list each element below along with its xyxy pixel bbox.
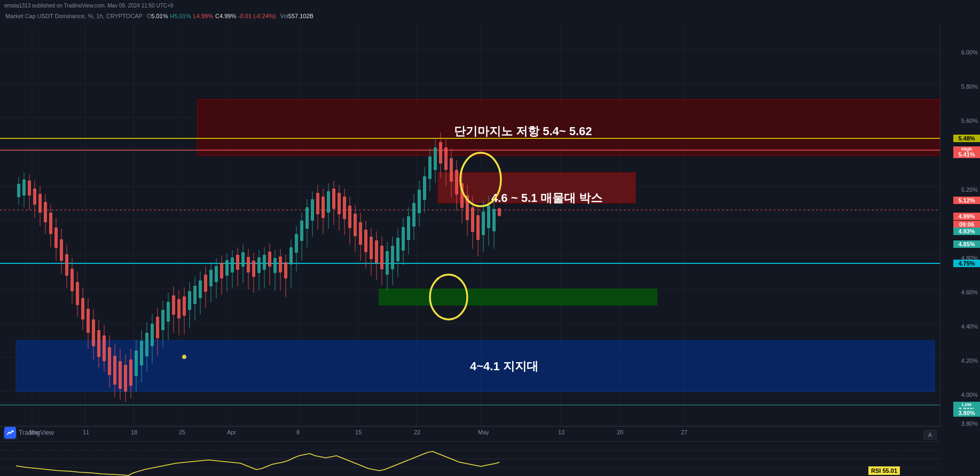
svg-rect-61	[87, 309, 90, 333]
svg-rect-144	[305, 207, 309, 229]
svg-rect-136	[284, 262, 287, 278]
svg-rect-178	[396, 238, 399, 261]
svg-rect-86	[151, 324, 154, 346]
svg-rect-124	[252, 261, 255, 277]
price-tick-600: 6.00%	[961, 49, 978, 56]
svg-rect-210	[482, 212, 485, 235]
svg-rect-88	[156, 317, 159, 338]
nav-buttons: Z A	[0, 430, 940, 440]
svg-rect-130	[268, 252, 271, 267]
price-tick-440: 4.40%	[961, 323, 978, 330]
svg-rect-92	[167, 302, 170, 322]
svg-rect-194	[439, 142, 442, 163]
svg-rect-152	[327, 191, 330, 213]
main-chart: 단기마지노 저항 5.4~ 5.62 4.6 ~ 5.1 매물대 박스 4~4.…	[0, 15, 940, 426]
ohlc-high: 5.01%	[174, 13, 191, 19]
svg-rect-214	[492, 209, 496, 231]
price-badge-499: 4.99%	[953, 213, 980, 220]
svg-rect-126	[257, 257, 261, 273]
svg-rect-106	[204, 275, 207, 292]
svg-rect-188	[423, 176, 426, 200]
svg-text:단기마지노 저항 5.4~ 5.62: 단기마지노 저항 5.4~ 5.62	[454, 124, 592, 138]
svg-rect-59	[81, 298, 84, 319]
svg-rect-212	[487, 206, 490, 228]
svg-rect-37	[22, 180, 26, 196]
svg-rect-73	[119, 361, 122, 389]
rsi-value-badge: RSI 55.01	[868, 466, 900, 475]
ohlc-open: 5.01%	[151, 13, 168, 19]
rsi-panel: RSI(14)_Global: 55.01 RSI 55.01	[0, 441, 940, 476]
top-bar: Market Cap USDT Dominance, %, 1h, CRYPTO…	[0, 7, 980, 25]
svg-rect-142	[300, 221, 303, 241]
svg-rect-43	[38, 194, 42, 213]
svg-rect-186	[418, 190, 421, 213]
price-badge-493: 4.93%	[953, 228, 980, 235]
svg-rect-100	[188, 291, 191, 310]
price-tick-520: 5.20%	[961, 186, 978, 193]
svg-rect-63	[92, 319, 95, 346]
svg-rect-51	[60, 239, 63, 261]
svg-rect-120	[241, 252, 245, 267]
nav-a-button[interactable]: A	[923, 430, 937, 440]
svg-rect-182	[407, 216, 410, 240]
svg-rect-140	[295, 234, 298, 253]
svg-rect-128	[263, 255, 266, 270]
svg-rect-110	[215, 266, 218, 282]
svg-rect-65	[97, 330, 100, 357]
svg-rect-90	[161, 310, 164, 330]
svg-rect-47	[49, 213, 52, 234]
svg-rect-112	[220, 263, 223, 278]
svg-rect-174	[386, 251, 389, 275]
svg-rect-176	[391, 246, 394, 269]
svg-rect-196	[444, 147, 448, 170]
svg-rect-192	[434, 147, 437, 170]
svg-rect-69	[108, 347, 111, 375]
svg-rect-114	[225, 260, 229, 276]
svg-rect-162	[354, 214, 357, 236]
svg-rect-122	[247, 257, 250, 272]
svg-rect-138	[289, 247, 293, 264]
price-tick-380: 3.80%	[961, 420, 978, 427]
chart-container: empia1313 published on TradingView.com, …	[0, 0, 980, 476]
svg-rect-102	[193, 286, 197, 304]
tv-logo-text: TradingView	[19, 429, 54, 436]
svg-rect-166	[364, 230, 367, 252]
svg-rect-67	[103, 335, 106, 361]
svg-rect-208	[476, 215, 480, 240]
svg-rect-53	[65, 254, 68, 276]
ohlc-change: -0.01 (-0.24%)	[238, 13, 276, 19]
price-tick-420: 4.20%	[961, 357, 978, 364]
svg-rect-77	[129, 360, 132, 386]
svg-rect-172	[380, 246, 383, 269]
svg-rect-84	[145, 333, 148, 356]
price-tick-580: 5.80%	[961, 83, 978, 90]
svg-rect-118	[236, 255, 239, 270]
svg-rect-206	[471, 207, 474, 232]
ohlc-vol: 557.102B	[288, 13, 313, 19]
svg-rect-198	[450, 158, 453, 182]
price-badge-485: 4.85%	[953, 240, 980, 248]
svg-rect-160	[348, 206, 351, 228]
svg-rect-180	[402, 227, 405, 251]
svg-rect-55	[70, 269, 74, 291]
instrument-name: Market Cap USDT Dominance, %, 1h, CRYPTO…	[5, 13, 143, 19]
svg-rect-94	[172, 295, 175, 315]
price-badge-380: 3.80%	[953, 409, 980, 417]
svg-rect-79	[135, 350, 138, 376]
svg-rect-96	[177, 299, 181, 318]
svg-rect-132	[273, 258, 277, 273]
price-badge-high: High 5.41%	[953, 146, 980, 158]
price-badge-512: 5.12%	[953, 197, 980, 204]
svg-rect-154	[332, 189, 335, 209]
svg-rect-108	[209, 270, 213, 286]
price-badge-0906: 09:06	[953, 221, 980, 228]
svg-rect-164	[359, 222, 362, 245]
svg-rect-45	[44, 202, 47, 222]
svg-rect-150	[322, 197, 325, 218]
price-badge-548: 5.48%	[953, 135, 980, 142]
svg-rect-134	[279, 256, 282, 272]
svg-rect-184	[412, 203, 415, 227]
svg-rect-148	[316, 193, 319, 214]
svg-rect-104	[199, 280, 202, 298]
svg-rect-71	[113, 356, 116, 385]
